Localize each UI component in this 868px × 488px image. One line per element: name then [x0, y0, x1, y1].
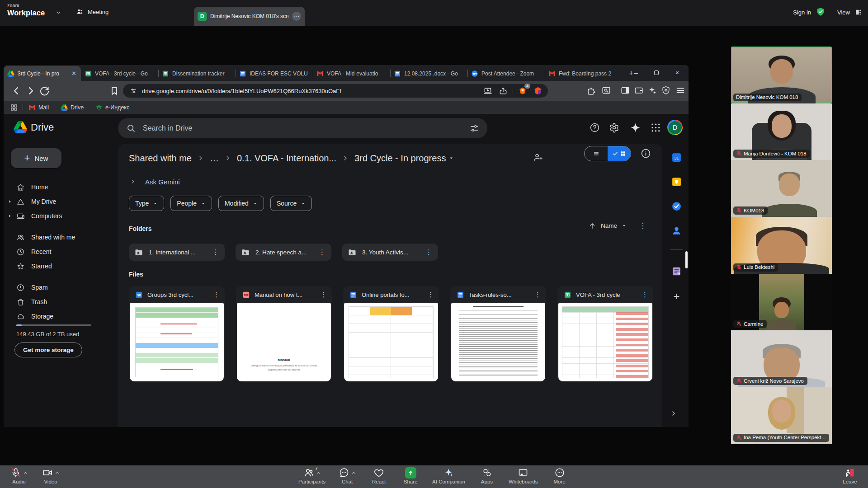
security-shield-icon[interactable] — [816, 7, 826, 17]
window-minimize-button[interactable]: – — [629, 65, 643, 80]
search-icon[interactable] — [126, 123, 136, 133]
sort-by-name-button[interactable]: Name — [601, 222, 617, 229]
filter-chip-type[interactable]: Type — [129, 196, 164, 211]
bookmark-mail[interactable]: Mail — [28, 104, 49, 111]
browser-tab[interactable]: Fwd: Boarding pass 2 — [545, 66, 622, 81]
toolbar-button-chat[interactable]: Chat — [337, 467, 357, 484]
add-apps-icon[interactable]: + — [671, 291, 682, 302]
browser-tab[interactable]: Dissemination tracker — [158, 66, 236, 81]
breadcrumb-item[interactable]: 0.1. VOFA - Internation... — [237, 153, 336, 164]
window-maximize-button[interactable] — [650, 65, 663, 80]
gemini-sparkle-icon[interactable] — [630, 122, 641, 133]
sidebar-panel-icon[interactable] — [620, 85, 630, 95]
tab-shared-screen[interactable]: D Dimitrije Nesovic KOM 018's scree ⋯ — [194, 7, 305, 26]
browser-tab[interactable]: VOFA - 3rd cycle - Go — [81, 66, 158, 81]
window-close-button[interactable]: × — [670, 65, 684, 80]
drive-search-bar[interactable] — [118, 118, 487, 138]
account-avatar[interactable]: D — [667, 120, 683, 135]
drive-logo-icon[interactable] — [14, 121, 27, 133]
folder-card[interactable]: 2. Hate speech a...⋮ — [236, 244, 331, 261]
chevron-right-icon[interactable] — [130, 178, 136, 185]
filter-chip-modified[interactable]: Modified — [218, 196, 264, 211]
address-bar[interactable]: drive.google.com/drive/u/0/folders/1bleI… — [123, 84, 548, 98]
chevron-down-icon[interactable] — [55, 9, 61, 16]
kebab-menu-icon[interactable]: ⋮ — [211, 248, 220, 256]
sidebar-item-shared-with-me[interactable]: Shared with me — [4, 230, 117, 244]
breadcrumb-item[interactable]: Shared with me — [129, 153, 192, 164]
sign-in-button[interactable]: Sign in — [793, 9, 811, 16]
sidebar-item-computers[interactable]: Computers — [4, 209, 117, 223]
search-filters-icon[interactable] — [469, 123, 479, 133]
more-options-icon[interactable]: ⋮ — [639, 221, 647, 230]
ask-gemini-row[interactable]: Ask Gemini — [130, 176, 180, 187]
reload-icon[interactable] — [39, 85, 50, 96]
bookmark-е-индекс[interactable]: е-Индекс — [95, 104, 129, 111]
share-page-icon[interactable] — [499, 86, 508, 95]
sidebar-item-recent[interactable]: Recent — [4, 244, 117, 259]
side-panel-expand-icon[interactable] — [670, 410, 677, 417]
sidebar-item-home[interactable]: Home — [4, 180, 117, 194]
file-card[interactable]: PDFManual on how t...⋮ManualUsing of onl… — [236, 286, 332, 382]
leo-ai-sparkle-icon[interactable] — [647, 85, 657, 95]
addon-app-icon[interactable] — [671, 266, 682, 277]
search-input[interactable] — [142, 124, 469, 133]
toolbar-button-video[interactable]: Video — [41, 467, 61, 484]
file-card[interactable]: WGroups 3rd cycl...⋮ — [129, 286, 225, 382]
leave-button[interactable]: Leave — [840, 467, 860, 484]
sidebar-item-trash[interactable]: Trash — [4, 295, 117, 309]
sidebar-item-starred[interactable]: Starred — [4, 259, 117, 273]
kebab-menu-icon[interactable]: ⋮ — [317, 248, 327, 256]
google-apps-grid-icon[interactable] — [650, 122, 661, 133]
filter-chip-people[interactable]: People — [170, 196, 212, 211]
browser-tab[interactable]: IDEAS FOR ESC VOLU — [236, 66, 313, 81]
share-folder-icon[interactable] — [533, 152, 543, 163]
folder-card[interactable]: 1. International ...⋮ — [129, 244, 225, 261]
kebab-menu-icon[interactable]: ⋮ — [640, 291, 650, 299]
bookmark-icon[interactable] — [109, 85, 120, 96]
new-button[interactable]: + New — [11, 148, 61, 168]
toolbar-button-ai-companion[interactable]: AI Companion — [432, 467, 465, 484]
toolbar-button-whiteboards[interactable]: Whiteboards — [509, 467, 538, 484]
filter-chip-source[interactable]: Source — [270, 196, 312, 211]
tasks-app-icon[interactable] — [671, 201, 682, 212]
extensions-puzzle-icon[interactable] — [587, 85, 597, 95]
file-card[interactable]: VOFA - 3rd cycle⋮ — [557, 286, 653, 382]
toolbar-button-audio[interactable]: Audio — [9, 467, 29, 484]
info-icon[interactable] — [640, 148, 651, 159]
breadcrumb-item[interactable]: … — [210, 153, 219, 164]
toolbar-button-apps[interactable]: Apps — [477, 467, 497, 484]
forward-icon[interactable] — [25, 85, 36, 96]
wallet-icon[interactable] — [634, 85, 644, 95]
browser-tab[interactable]: 3rd Cycle - In pro✕ — [4, 66, 81, 81]
brave-logo-icon[interactable] — [533, 86, 542, 95]
toolbar-button-react[interactable]: React — [369, 467, 389, 484]
participant-tile[interactable]: Crveni križ Novo Sarajevo — [731, 330, 832, 387]
browser-tab[interactable]: Post Attendee - Zoom — [467, 66, 545, 81]
share-tab-menu-button[interactable]: ⋯ — [292, 12, 301, 21]
sidebar-item-storage[interactable]: Storage — [4, 309, 117, 324]
toolbar-button-participants[interactable]: 7Participants — [298, 467, 326, 484]
ask-gemini-label[interactable]: Ask Gemini — [145, 178, 180, 186]
resize-handle[interactable] — [685, 251, 688, 268]
tab-meeting[interactable]: Meeting — [76, 8, 108, 16]
kebab-menu-icon[interactable]: ⋮ — [212, 291, 221, 299]
folder-card[interactable]: 3. Youth Activis...⋮ — [342, 244, 438, 261]
apps-grid-icon[interactable] — [10, 103, 18, 112]
back-icon[interactable] — [11, 85, 22, 96]
participant-tile[interactable]: Carmine — [731, 274, 832, 331]
toolbar-button-share[interactable]: Share — [401, 467, 420, 484]
sidebar-item-my-drive[interactable]: My Drive — [4, 194, 117, 209]
open-in-app-icon[interactable] — [483, 86, 492, 95]
menu-hamburger-icon[interactable] — [675, 85, 685, 95]
grid-view-button[interactable] — [608, 146, 631, 161]
vpn-shield-icon[interactable] — [661, 85, 671, 95]
site-settings-icon[interactable] — [129, 87, 137, 95]
view-button[interactable]: View — [837, 9, 850, 16]
participant-tile[interactable]: Ina Pema (Youth Center Perspekt... — [731, 387, 832, 444]
keep-app-icon[interactable] — [671, 176, 682, 188]
calendar-app-icon[interactable]: 31 — [671, 152, 682, 163]
list-view-button[interactable] — [585, 146, 608, 161]
tab-close-icon[interactable]: ✕ — [71, 70, 77, 77]
kebab-menu-icon[interactable]: ⋮ — [424, 248, 434, 256]
toolbar-button-more[interactable]: More — [550, 467, 570, 484]
